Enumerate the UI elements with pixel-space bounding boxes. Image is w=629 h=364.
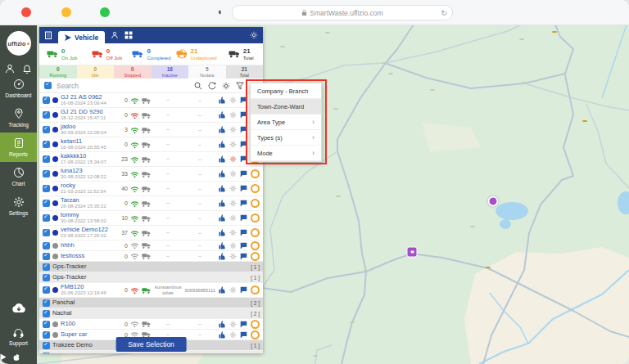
dropdown-menu-item[interactable]: Company - Branch	[251, 83, 321, 99]
summary-status[interactable]: 0 On Job	[39, 48, 84, 61]
save-selection-button[interactable]: Save Selection	[115, 337, 187, 352]
chat-icon[interactable]	[240, 331, 247, 339]
apple-icon[interactable]	[13, 353, 20, 361]
status-chip[interactable]: 0 Idle	[77, 65, 115, 79]
row-checkbox[interactable]	[43, 353, 50, 354]
row-checkbox[interactable]	[43, 97, 50, 104]
bell-icon[interactable]	[22, 64, 32, 74]
vehicle-list-row[interactable]: Gps-Tracker	[39, 272, 263, 283]
row-checkbox[interactable]	[43, 253, 50, 260]
status-chip[interactable]: 0 Stopped	[114, 65, 152, 79]
thumbs-up-icon[interactable]	[219, 155, 226, 163]
status-chip[interactable]: 5 Nodata	[188, 65, 226, 79]
row-gear-icon[interactable]	[229, 253, 237, 260]
row-gear-icon[interactable]	[229, 214, 237, 222]
status-chip[interactable]: 16 Inactive	[152, 65, 189, 79]
status-ring-icon[interactable]	[251, 199, 260, 208]
status-ring-icon[interactable]	[251, 169, 260, 178]
row-gear-icon[interactable]	[229, 97, 237, 104]
row-gear-icon[interactable]	[229, 229, 237, 236]
dropdown-menu-item[interactable]: Mode ›	[251, 146, 321, 161]
poi-marker-icon[interactable]	[407, 247, 418, 258]
row-checkbox[interactable]	[43, 299, 50, 307]
sidebar-item-reports[interactable]: Reports	[0, 133, 37, 162]
summary-status[interactable]: 0 Completed	[129, 48, 174, 61]
sidebar-item-tracking[interactable]: Tracking	[0, 103, 37, 133]
address-bar[interactable]: SmartWaste.uffizio.com ↻	[232, 5, 453, 20]
panel-settings-gear-icon[interactable]	[250, 31, 258, 39]
row-checkbox[interactable]	[43, 229, 50, 236]
vehicle-list-row[interactable]: luna123 30-08-2022 12:08:22 33 -- --	[39, 167, 263, 182]
google-play-icon[interactable]	[0, 353, 7, 361]
search-input[interactable]: Search	[57, 82, 189, 90]
shield-icon[interactable]: ◐	[218, 7, 224, 17]
thumbs-up-icon[interactable]	[219, 253, 226, 260]
row-checkbox[interactable]	[43, 331, 50, 339]
dropdown-menu-item[interactable]: Town-Zone-Ward	[251, 99, 321, 115]
vehicle-list-row[interactable]: Gps-Tracker	[39, 262, 263, 272]
status-ring-icon[interactable]	[251, 320, 260, 329]
row-checkbox[interactable]	[43, 263, 50, 271]
select-all-checkbox[interactable]	[44, 82, 52, 89]
row-gear-icon[interactable]	[229, 321, 237, 328]
vehicle-list-row[interactable]: kakkkk10 17-08-2022 15:34:07 23 -- --	[39, 152, 263, 167]
summary-status[interactable]: 21 Total	[218, 48, 263, 61]
thumbs-up-icon[interactable]	[219, 286, 226, 294]
search-icon[interactable]	[194, 82, 202, 90]
vehicle-list-row[interactable]: tommy 30-08-2022 13:58:02 10 -- --	[39, 211, 263, 226]
thumbs-up-icon[interactable]	[219, 200, 226, 207]
chat-icon[interactable]	[240, 111, 247, 119]
thumbs-up-icon[interactable]	[219, 331, 226, 339]
status-ring-icon[interactable]	[251, 330, 260, 339]
vehicle-list-row[interactable]: testiosss 0 -- --	[39, 251, 263, 262]
chat-icon[interactable]	[240, 97, 247, 104]
status-chip[interactable]: 0 Running	[39, 65, 77, 79]
row-gear-icon[interactable]	[229, 331, 237, 339]
row-gear-icon[interactable]	[229, 141, 237, 148]
user-icon[interactable]	[5, 64, 15, 74]
chat-icon[interactable]	[240, 170, 247, 178]
vehicle-list-row[interactable]: Tarzan 26-08-2024 15:35:22 0 -- --	[39, 196, 263, 211]
row-checkbox[interactable]	[43, 111, 50, 119]
chat-icon[interactable]	[240, 214, 247, 222]
status-ring-icon[interactable]	[251, 285, 260, 294]
thumbs-up-icon[interactable]	[219, 321, 226, 328]
driver-icon[interactable]	[111, 31, 119, 39]
grid-icon[interactable]	[124, 31, 133, 39]
vehicle-list-row[interactable]: rocky 21-03-2023 11:52:54 40 -- --	[39, 182, 263, 196]
row-checkbox[interactable]	[43, 321, 50, 328]
tab-vehicle[interactable]: Vehicle	[58, 31, 105, 43]
summary-status[interactable]: 0 Off Job	[84, 48, 129, 61]
row-checkbox[interactable]	[43, 214, 50, 222]
status-ring-icon[interactable]	[251, 184, 260, 193]
summary-status[interactable]: 21 Undeployed	[174, 48, 219, 61]
row-gear-icon[interactable]	[229, 170, 237, 178]
vehicle-list-row[interactable]: ketan11 16-08-2024 20:55:45 0 -- --	[39, 137, 263, 152]
vehicle-list-row[interactable]: GJ 21 DD 9290 18-12-2024 15:47:11 0 -- -…	[39, 108, 263, 123]
status-ring-icon[interactable]	[251, 241, 260, 250]
status-chip[interactable]: 21 Total	[226, 65, 264, 79]
chat-icon[interactable]	[240, 185, 247, 192]
building-icon[interactable]	[44, 31, 52, 39]
thumbs-up-icon[interactable]	[219, 185, 226, 192]
status-ring-icon[interactable]	[251, 228, 260, 237]
row-gear-icon[interactable]	[229, 286, 237, 294]
row-gear-icon[interactable]	[229, 242, 237, 249]
close-window-icon[interactable]	[21, 7, 31, 17]
vehicle-list-row[interactable]: FMB120 20-06-2023 12:19:46 0 konstantino…	[39, 283, 263, 298]
chat-icon[interactable]	[240, 253, 247, 260]
thumbs-up-icon[interactable]	[219, 141, 226, 148]
status-ring-icon[interactable]	[251, 213, 260, 222]
chat-icon[interactable]	[240, 141, 247, 148]
refresh-icon[interactable]	[208, 82, 216, 90]
chat-icon[interactable]	[240, 242, 247, 249]
poi-marker-icon[interactable]	[488, 196, 499, 207]
chat-icon[interactable]	[240, 126, 247, 133]
gear-filter-icon[interactable]	[222, 82, 230, 90]
thumbs-up-icon[interactable]	[219, 111, 226, 119]
thumbs-up-icon[interactable]	[219, 170, 226, 178]
thumbs-up-icon[interactable]	[219, 97, 226, 104]
chat-icon[interactable]	[240, 200, 247, 207]
row-checkbox[interactable]	[43, 155, 50, 163]
cloud-download-icon[interactable]	[0, 303, 37, 313]
